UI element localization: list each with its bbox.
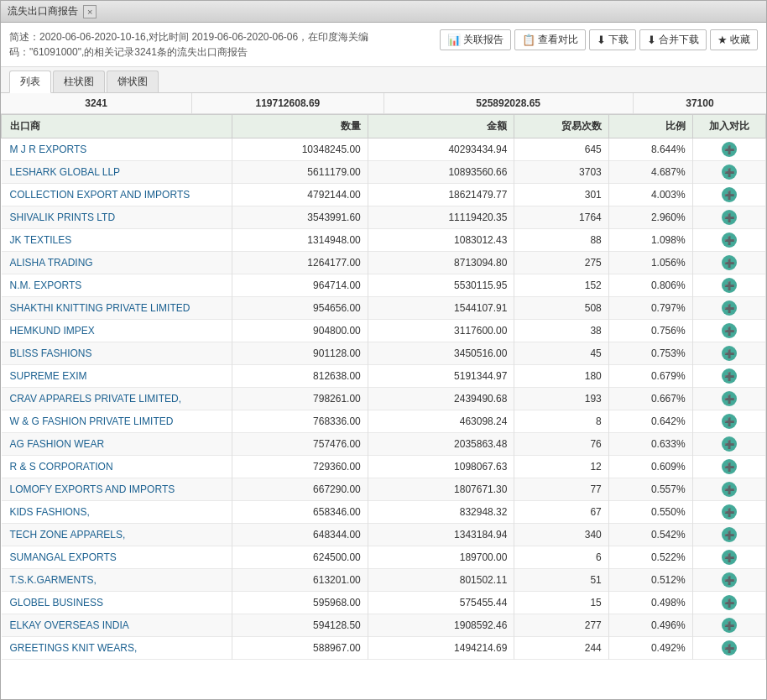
cell-amount: 2439490.68: [368, 388, 514, 410]
cell-exporter[interactable]: W & G FASHION PRIVATE LIMITED: [2, 410, 232, 433]
add-to-compare-button[interactable]: ➕: [722, 391, 737, 406]
cell-exporter[interactable]: BLISS FASHIONS: [2, 342, 232, 365]
add-to-compare-button[interactable]: ➕: [722, 459, 737, 474]
cell-ratio: 0.542%: [608, 524, 692, 546]
add-to-compare-button[interactable]: ➕: [722, 142, 737, 157]
cell-exporter[interactable]: M J R EXPORTS: [2, 138, 232, 161]
cell-trades: 88: [514, 229, 608, 252]
cell-exporter[interactable]: SHIVALIK PRINTS LTD: [2, 206, 232, 229]
cell-ratio: 0.667%: [608, 388, 692, 410]
cell-exporter[interactable]: SHAKTHI KNITTING PRIVATE LIMITED: [2, 297, 232, 320]
add-to-compare-button[interactable]: ➕: [722, 255, 737, 270]
related-report-button[interactable]: 📊 关联报告: [440, 29, 511, 50]
tab-list[interactable]: 列表: [9, 71, 51, 93]
add-to-compare-button[interactable]: ➕: [722, 165, 737, 180]
cell-qty: 613201.00: [232, 569, 368, 592]
table-row: SHIVALIK PRINTS LTD3543991.6011119420.35…: [2, 206, 766, 229]
cell-exporter[interactable]: GLOBEL BUSINESS: [2, 592, 232, 614]
cell-trades: 301: [514, 184, 608, 206]
add-to-compare-button[interactable]: ➕: [722, 210, 737, 225]
cell-exporter[interactable]: SUPREME EXIM: [2, 365, 232, 388]
cell-exporter[interactable]: JK TEXTILES: [2, 229, 232, 252]
cell-amount: 3117600.00: [368, 320, 514, 342]
view-compare-button[interactable]: 📋 查看对比: [514, 29, 586, 50]
add-to-compare-button[interactable]: ➕: [722, 572, 737, 588]
table-row: LESHARK GLOBAL LLP5611179.0010893560.663…: [2, 161, 766, 184]
cell-exporter[interactable]: ELKAY OVERSEAS INDIA: [2, 614, 232, 637]
star-icon: ★: [717, 34, 728, 46]
add-to-compare-button[interactable]: ➕: [722, 436, 737, 452]
cell-exporter[interactable]: KAMIL EXPORTS: [2, 660, 232, 661]
add-to-compare-button[interactable]: ➕: [722, 346, 737, 361]
close-button[interactable]: ×: [83, 5, 97, 18]
cell-trades: 508: [514, 297, 608, 320]
cell-qty: 588967.00: [232, 637, 368, 660]
table-row: AG FASHION WEAR757476.002035863.48760.63…: [2, 433, 766, 456]
cell-trades: 8: [514, 410, 608, 433]
cell-add: ➕: [692, 501, 765, 524]
cell-exporter[interactable]: N.M. EXPORTS: [2, 274, 232, 297]
add-to-compare-button[interactable]: ➕: [722, 414, 737, 429]
cell-qty: 768336.00: [232, 410, 368, 433]
related-report-label: 关联报告: [463, 33, 504, 47]
add-to-compare-button[interactable]: ➕: [722, 618, 737, 633]
cell-amount: 2035863.48: [368, 433, 514, 456]
cell-qty: 729360.00: [232, 456, 368, 478]
cell-exporter[interactable]: TECH ZONE APPARELS,: [2, 524, 232, 546]
merge-download-button[interactable]: ⬇ 合并下载: [639, 29, 707, 50]
cell-qty: 954656.00: [232, 297, 368, 320]
collect-button[interactable]: ★ 收藏: [710, 29, 758, 50]
add-to-compare-button[interactable]: ➕: [722, 232, 737, 248]
add-to-compare-button[interactable]: ➕: [722, 595, 737, 610]
tab-bar-chart[interactable]: 柱状图: [53, 71, 105, 92]
cell-exporter[interactable]: COLLECTION EXPORT AND IMPORTS: [2, 184, 232, 206]
table-row: SUPREME EXIM812638.005191344.971800.679%…: [2, 365, 766, 388]
add-to-compare-button[interactable]: ➕: [722, 278, 737, 293]
add-to-compare-button[interactable]: ➕: [722, 527, 737, 542]
cell-qty: 798261.00: [232, 388, 368, 410]
cell-exporter[interactable]: ALISHA TRADING: [2, 252, 232, 274]
table-row: GREETINGS KNIT WEARS,588967.001494214.69…: [2, 637, 766, 660]
cell-exporter[interactable]: GREETINGS KNIT WEARS,: [2, 637, 232, 660]
download-button[interactable]: ⬇ 下载: [589, 29, 636, 50]
cell-ratio: 0.756%: [608, 320, 692, 342]
add-to-compare-button[interactable]: ➕: [722, 187, 737, 202]
cell-add: ➕: [692, 320, 765, 342]
cell-exporter[interactable]: T.S.K.GARMENTS,: [2, 569, 232, 592]
cell-trades: 275: [514, 252, 608, 274]
cell-qty: 624500.00: [232, 546, 368, 569]
add-to-compare-button[interactable]: ➕: [722, 504, 737, 520]
cell-exporter[interactable]: SUMANGAL EXPORTS: [2, 546, 232, 569]
add-to-compare-button[interactable]: ➕: [722, 482, 737, 497]
cell-exporter[interactable]: LESHARK GLOBAL LLP: [2, 161, 232, 184]
add-to-compare-button[interactable]: ➕: [722, 368, 737, 384]
add-to-compare-button[interactable]: ➕: [722, 640, 737, 656]
cell-add: ➕: [692, 614, 765, 637]
table-row: COLLECTION EXPORT AND IMPORTS4792144.001…: [2, 184, 766, 206]
add-to-compare-button[interactable]: ➕: [722, 300, 737, 316]
cell-amount: 5191344.97: [368, 365, 514, 388]
add-to-compare-button[interactable]: ➕: [722, 323, 737, 338]
cell-amount: 1098067.63: [368, 456, 514, 478]
cell-trades: 277: [514, 614, 608, 637]
cell-exporter[interactable]: R & S CORPORATION: [2, 456, 232, 478]
cell-exporter[interactable]: AG FASHION WEAR: [2, 433, 232, 456]
add-to-compare-button[interactable]: ➕: [722, 550, 737, 565]
cell-exporter[interactable]: LOMOFY EXPORTS AND IMPORTS: [2, 478, 232, 501]
cell-qty: 10348245.00: [232, 138, 368, 161]
cell-ratio: 0.512%: [608, 569, 692, 592]
cell-exporter[interactable]: CRAV APPARELS PRIVATE LIMITED,: [2, 388, 232, 410]
cell-add: ➕: [692, 388, 765, 410]
cell-add: ➕: [692, 456, 765, 478]
cell-qty: 658346.00: [232, 501, 368, 524]
tab-pie-chart[interactable]: 饼状图: [107, 71, 159, 92]
cell-add: ➕: [692, 546, 765, 569]
cell-qty: 1314948.00: [232, 229, 368, 252]
cell-ratio: 0.806%: [608, 274, 692, 297]
cell-trades: 244: [514, 637, 608, 660]
download-label: 下载: [608, 33, 629, 47]
cell-add: ➕: [692, 410, 765, 433]
cell-exporter[interactable]: HEMKUND IMPEX: [2, 320, 232, 342]
cell-ratio: 0.550%: [608, 501, 692, 524]
cell-exporter[interactable]: KIDS FASHIONS,: [2, 501, 232, 524]
